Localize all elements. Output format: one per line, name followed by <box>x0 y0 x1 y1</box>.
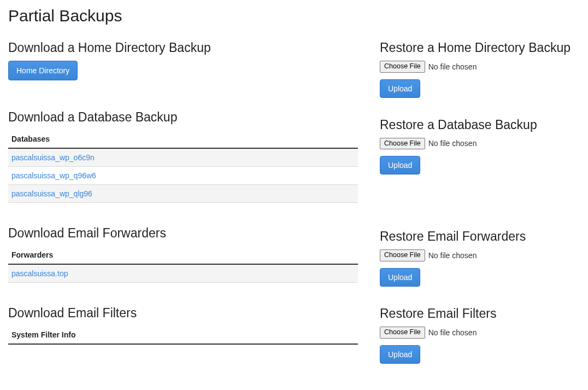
restore-home-heading: Restore a Home Directory Backup <box>380 40 580 55</box>
file-status: No file chosen <box>428 328 477 337</box>
download-home-heading: Download a Home Directory Backup <box>8 40 358 55</box>
choose-file-button[interactable]: Choose File <box>380 249 425 261</box>
table-row: pascalsuissa_wp_o6c9n <box>8 148 358 167</box>
forwarders-table: Forwarders pascalsuissa.top <box>8 246 358 283</box>
table-row: pascalsuissa_wp_q96w6 <box>8 167 358 185</box>
page-title: Partial Backups <box>8 7 580 25</box>
home-directory-button[interactable]: Home Directory <box>8 61 78 80</box>
filters-table-header: System Filter Info <box>8 326 358 344</box>
restore-home-directory-section: Restore a Home Directory Backup Choose F… <box>380 40 580 98</box>
file-status: No file chosen <box>428 62 477 71</box>
forwarder-link[interactable]: pascalsuissa.top <box>11 269 68 278</box>
download-filters-section: Download Email Filters System Filter Inf… <box>8 306 358 345</box>
upload-button[interactable]: Upload <box>380 156 420 174</box>
download-forwarders-section: Download Email Forwarders Forwarders pas… <box>8 226 358 283</box>
download-forwarders-heading: Download Email Forwarders <box>8 226 358 241</box>
database-table: Databases pascalsuissa_wp_o6c9n pascalsu… <box>8 130 358 203</box>
restore-database-heading: Restore a Database Backup <box>380 118 580 132</box>
filters-table: System Filter Info <box>8 326 358 345</box>
file-status: No file chosen <box>428 139 477 148</box>
download-database-section: Download a Database Backup Databases pas… <box>8 110 358 203</box>
choose-file-button[interactable]: Choose File <box>380 327 425 339</box>
download-home-directory-section: Download a Home Directory Backup Home Di… <box>8 40 358 80</box>
forwarders-table-header: Forwarders <box>8 246 358 264</box>
database-link[interactable]: pascalsuissa_wp_q96w6 <box>11 171 96 180</box>
restore-database-section: Restore a Database Backup Choose File No… <box>380 118 580 175</box>
upload-button[interactable]: Upload <box>380 345 420 364</box>
restore-filters-heading: Restore Email Filters <box>380 306 580 321</box>
restore-forwarders-section: Restore Email Forwarders Choose File No … <box>380 229 580 287</box>
database-link[interactable]: pascalsuissa_wp_qlg96 <box>11 189 92 198</box>
database-link[interactable]: pascalsuissa_wp_o6c9n <box>11 153 95 162</box>
upload-button[interactable]: Upload <box>380 268 420 287</box>
choose-file-button[interactable]: Choose File <box>380 138 425 150</box>
choose-file-button[interactable]: Choose File <box>380 61 425 73</box>
table-row: pascalsuissa.top <box>8 264 358 283</box>
file-status: No file chosen <box>428 251 477 260</box>
restore-filters-section: Restore Email Filters Choose File No fil… <box>380 306 580 364</box>
download-database-heading: Download a Database Backup <box>8 110 358 125</box>
upload-button[interactable]: Upload <box>380 79 420 98</box>
download-filters-heading: Download Email Filters <box>8 306 358 321</box>
database-table-header: Databases <box>8 130 358 148</box>
restore-forwarders-heading: Restore Email Forwarders <box>380 229 580 244</box>
table-row: pascalsuissa_wp_qlg96 <box>8 185 358 203</box>
